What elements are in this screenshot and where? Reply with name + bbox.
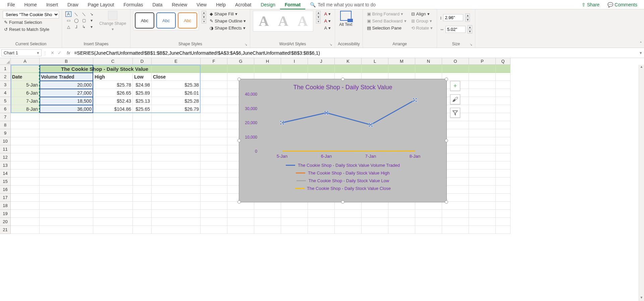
cell-M20[interactable] [388,218,415,226]
column-header-Q[interactable]: Q [496,58,511,65]
cell-D3[interactable]: $24.98 [133,81,152,89]
cell-F10[interactable] [201,137,227,145]
cell-C4[interactable]: $26.65 [93,89,133,97]
cell-H1[interactable] [254,65,281,73]
column-header-D[interactable]: D [133,58,152,65]
cell-A13[interactable] [11,161,40,169]
scroll-up-icon[interactable]: ▲ [639,65,644,70]
cell-C11[interactable] [93,145,133,153]
cell-I18[interactable] [281,202,308,210]
wordart-gallery-scroll[interactable]: ▲▼▾ [316,11,321,23]
tab-formulas[interactable]: Formulas [119,1,148,9]
select-all-corner[interactable] [0,58,11,65]
cell-B15[interactable] [40,178,93,186]
row-header-6[interactable]: 6 [0,105,11,113]
cell-C1[interactable] [93,65,133,73]
cell-G21[interactable] [227,226,254,234]
cell-E14[interactable] [152,169,201,178]
dialog-launcher-icon[interactable]: ↘ [470,43,472,46]
cell-P15[interactable] [469,178,496,186]
text-fill-button[interactable]: A▾ [323,11,332,17]
shape-rect-icon[interactable]: ▭ [65,18,71,23]
cell-B7[interactable] [40,113,93,121]
cell-F18[interactable] [201,202,227,210]
cell-D14[interactable] [133,169,152,178]
cell-F5[interactable] [201,97,227,105]
cell-F13[interactable] [201,161,227,169]
cell-D5[interactable]: $25.13 [133,97,152,105]
cell-A3[interactable]: 5-Jan [11,81,40,89]
chart-title[interactable]: The Cookie Shop - Daily Stock Value [242,82,444,94]
cell-D16[interactable] [133,186,152,194]
comments-button[interactable]: 💬 Comments [603,2,641,7]
cell-D18[interactable] [133,202,152,210]
row-header-3[interactable]: 3 [0,81,11,89]
chart-y-axis[interactable]: 010,00020,00030,00040,000 [242,94,259,151]
cell-B19[interactable] [40,210,93,218]
cell-B8[interactable] [40,121,93,129]
cell-E15[interactable] [152,178,201,186]
cell-N21[interactable] [415,226,442,234]
cell-C15[interactable] [93,178,133,186]
cell-K19[interactable] [335,210,362,218]
cell-M1[interactable] [388,65,415,73]
cell-I20[interactable] [281,218,308,226]
cell-N20[interactable] [415,218,442,226]
cell-F14[interactable] [201,169,227,178]
legend-entry[interactable]: The Cookie Shop - Daily Stock Value Clos… [242,185,444,192]
shape-fill-button[interactable]: ◆Shape Fill▾ [208,11,247,17]
cell-P14[interactable] [469,169,496,178]
cell-D7[interactable] [133,113,152,121]
cell-B3[interactable]: 20,000 [40,81,93,89]
cell-B1[interactable] [40,65,93,73]
cell-E6[interactable]: $26.79 [152,105,201,113]
expand-formula-bar-icon[interactable]: ▾ [638,50,644,55]
cell-E8[interactable] [152,121,201,129]
tab-format[interactable]: Format [280,1,305,10]
cell-E9[interactable] [152,129,201,137]
tab-file[interactable]: File [3,1,20,9]
cell-I21[interactable] [281,226,308,234]
row-header-16[interactable]: 16 [0,186,11,194]
cell-A14[interactable] [11,169,40,178]
chart-element-dropdown[interactable]: Series "The Cookie Sho [3,11,59,18]
cell-C18[interactable] [93,202,133,210]
cell-D13[interactable] [133,161,152,169]
row-header-9[interactable]: 9 [0,129,11,137]
cell-C10[interactable] [93,137,133,145]
cell-C21[interactable] [93,226,133,234]
cell-A1[interactable] [11,65,40,73]
cell-P21[interactable] [469,226,496,234]
cell-P10[interactable] [469,137,496,145]
chart-object[interactable]: The Cookie Shop - Daily Stock Value 010,… [239,79,447,202]
shape-textbox-icon[interactable]: A [65,11,71,17]
shape-style-preset-3[interactable]: Abc [178,12,197,29]
row-header-1[interactable]: 1 [0,65,11,73]
column-header-H[interactable]: H [254,58,281,65]
cell-L1[interactable] [362,65,388,73]
chart-filters-button[interactable] [450,108,460,118]
column-header-M[interactable]: M [388,58,415,65]
cell-E21[interactable] [152,226,201,234]
wordart-preset-1[interactable]: A [255,13,272,29]
cell-A15[interactable] [11,178,40,186]
tab-page-layout[interactable]: Page Layout [83,1,119,9]
dialog-launcher-icon[interactable]: ↘ [329,43,332,46]
shape-more-icon[interactable]: ▾ [89,24,95,30]
column-header-B[interactable]: B [40,58,93,65]
cell-P4[interactable] [469,89,496,97]
cell-D15[interactable] [133,178,152,186]
enter-formula-icon[interactable]: ✓ [58,50,61,55]
cell-J20[interactable] [308,218,335,226]
text-outline-button[interactable]: A▾ [323,18,332,24]
cell-O1[interactable] [442,65,469,73]
cell-D1[interactable] [133,65,152,73]
cell-A17[interactable] [11,194,40,202]
cancel-formula-icon[interactable]: ✕ [51,50,54,55]
cell-F9[interactable] [201,129,227,137]
cell-Q2[interactable] [496,73,511,81]
column-header-N[interactable]: N [415,58,442,65]
row-header-8[interactable]: 8 [0,121,11,129]
bring-forward-button[interactable]: ▣Bring Forward▾ [366,11,408,17]
cell-A16[interactable] [11,186,40,194]
